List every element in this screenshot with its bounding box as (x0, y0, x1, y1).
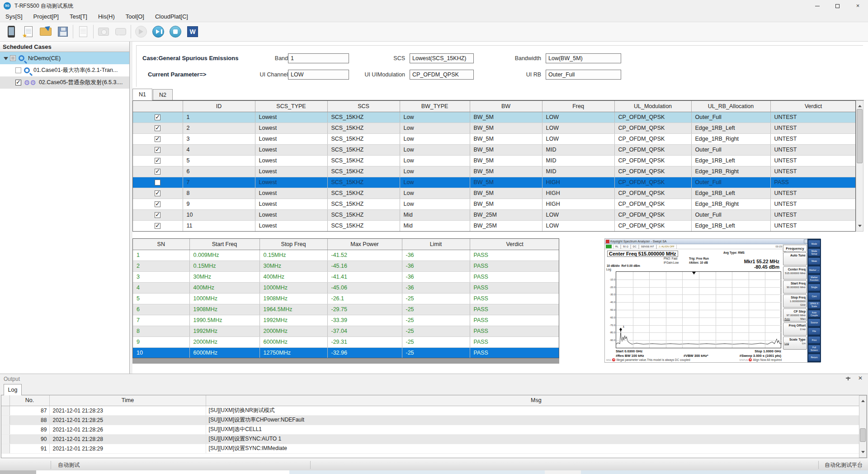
case-table-scrollbar[interactable] (856, 100, 863, 232)
log-row-87[interactable]: 872021-12-01 21:28:23[SU][UXM]切换NR测试模式 (1, 406, 867, 415)
column-header[interactable]: Freq (542, 101, 614, 112)
column-header[interactable]: SCS_TYPE (255, 101, 327, 112)
field-input-ui-rb[interactable]: Outer_Full (546, 70, 621, 80)
log-row-90[interactable]: 902021-12-01 21:28:28[SU][UXM]设置SYNC:AUT… (1, 434, 867, 444)
cell: 5 (133, 293, 189, 304)
result-row-8[interactable]: 81992MHz2000MHz-37.04-25PASS (133, 326, 559, 337)
case-row-1[interactable]: 1LowestSCS_15KHZLowBW_5MLOWCP_OFDM_QPSKO… (133, 112, 856, 123)
scroll-down-arrow[interactable] (856, 224, 863, 231)
pin-icon[interactable] (845, 377, 851, 382)
result-row-10[interactable]: 106000MHz12750MHz-32.96-25PASS (133, 347, 559, 358)
log-scrollbar[interactable] (859, 395, 867, 458)
row-checkbox[interactable] (155, 223, 160, 229)
scroll-up-arrow[interactable] (856, 101, 863, 108)
device-icon[interactable] (3, 24, 20, 40)
menu-item-sys-s-[interactable]: Sys[S] (0, 12, 28, 21)
field-input-ui-channel[interactable]: LOW (288, 70, 349, 80)
row-checkbox[interactable] (155, 180, 160, 185)
tree-item-1[interactable]: 01.Case01-最大功率(6.2.1-Tran... (0, 64, 129, 76)
case-row-3[interactable]: 3LowestSCS_15KHZLowBW_5MLOWCP_OFDM_QPSKE… (133, 133, 856, 144)
row-checkbox[interactable] (155, 212, 160, 218)
stop-icon[interactable] (167, 24, 184, 40)
case-row-5[interactable]: 5LowestSCS_15KHZLowBW_5MMIDCP_OFDM_QPSKE… (133, 155, 856, 166)
column-header[interactable] (133, 101, 183, 112)
log-scroll-thumb[interactable] (860, 428, 866, 442)
result-row-9[interactable]: 92000MHz6000MHz-29.31-25PASS (133, 337, 559, 347)
menu-item-tool-o-[interactable]: Tool[O] (120, 12, 150, 21)
log-scroll-up[interactable] (859, 396, 866, 403)
minimize-button[interactable] (807, 0, 827, 12)
menu-item-cloudplat-c-[interactable]: CloudPlat[C] (150, 12, 193, 21)
field-input-band[interactable]: 1 (288, 53, 349, 63)
column-header[interactable]: BW (470, 101, 542, 112)
tree-checkbox[interactable] (10, 55, 16, 61)
case-row-2[interactable]: 2LowestSCS_15KHZLowBW_5MLOWCP_OFDM_QPSKE… (133, 123, 856, 133)
result-row-6[interactable]: 61908MHz1964.5MHz-29.75-25PASS (133, 304, 559, 315)
close-button[interactable]: × (848, 0, 868, 12)
column-header[interactable]: UL_RB_Allocation (691, 101, 770, 112)
log-column-header[interactable]: Msg (206, 395, 866, 406)
menu-item-his-h-[interactable]: His(H) (93, 12, 120, 21)
maximize-button[interactable] (827, 0, 848, 12)
case-row-10[interactable]: 10LowestSCS_15KHZMidBW_25MLOWCP_OFDM_QPS… (133, 209, 856, 220)
column-header[interactable]: Stop Freq (259, 239, 327, 250)
case-row-7[interactable]: 7LowestSCS_15KHZLowBW_5MHIGHCP_OFDM_QPSK… (133, 177, 856, 188)
log-column-header[interactable]: No. (9, 395, 50, 406)
output-close-icon[interactable]: ✕ (858, 375, 863, 381)
row-checkbox[interactable] (155, 190, 160, 196)
tree-item-2[interactable]: ⚙⚙02.Case05-普通杂散发射(6.5.3.... (0, 76, 129, 89)
scrollbar-thumb[interactable] (857, 109, 863, 163)
save-icon[interactable] (54, 24, 71, 40)
result-row-5[interactable]: 51000MHz1908MHz-26.1-25PASS (133, 293, 559, 304)
run-pause-icon[interactable] (150, 24, 167, 40)
column-header[interactable]: Max Power (327, 239, 402, 250)
row-checkbox[interactable] (155, 201, 160, 207)
case-row-11[interactable]: 11LowestSCS_15KHZMidBW_25MLOWCP_OFDM_QPS… (133, 220, 856, 231)
row-checkbox[interactable] (155, 158, 160, 164)
column-header[interactable]: UL_Modulation (614, 101, 691, 112)
row-checkbox[interactable] (155, 169, 160, 175)
tab-log[interactable]: Log (4, 384, 22, 395)
field-input-bandwidth[interactable]: Low(BW_5M) (546, 53, 621, 63)
row-checkbox[interactable] (155, 147, 160, 153)
column-header[interactable]: Verdict (470, 239, 559, 250)
row-checkbox[interactable] (155, 125, 160, 131)
result-row-4[interactable]: 4400MHz1000MHz-45.06-36PASS (133, 282, 559, 293)
field-input-ui-uimodulation[interactable]: CP_OFDM_QPSK (410, 70, 474, 80)
tree-item-0[interactable]: NrDemo(CE) (0, 52, 129, 64)
tree-expander-icon[interactable] (4, 57, 8, 62)
log-row-91[interactable]: 912021-12-01 21:28:29[SU][UXM]设置SYNC:IMM… (1, 444, 867, 453)
column-header[interactable]: Verdict (770, 101, 856, 112)
case-row-9[interactable]: 9LowestSCS_15KHZLowBW_5MHIGHCP_OFDM_QPSK… (133, 199, 856, 209)
field-input-scs[interactable]: Lowest(SCS_15KHZ) (410, 53, 474, 63)
log-scroll-down[interactable] (859, 450, 866, 457)
word-report-icon[interactable]: W (184, 24, 201, 40)
case-row-4[interactable]: 4LowestSCS_15KHZLowBW_5MMIDCP_OFDM_QPSKO… (133, 144, 856, 155)
column-header[interactable]: Limit (402, 239, 470, 250)
menu-item-project-p-[interactable]: Project[P] (28, 12, 64, 21)
log-row-89[interactable]: 892021-12-01 21:28:26[SU][UXM]选中CELL1 (1, 425, 867, 434)
result-row-7[interactable]: 71990.5MHz1992MHz-33.39-25PASS (133, 315, 559, 326)
result-row-3[interactable]: 330MHz400MHz-41.41-36PASS (133, 271, 559, 282)
row-checkbox[interactable] (155, 114, 160, 120)
column-header[interactable]: SN (133, 239, 189, 250)
tree-checkbox[interactable] (15, 67, 21, 73)
case-row-6[interactable]: 6LowestSCS_15KHZLowBW_5MMIDCP_OFDM_QPSKE… (133, 166, 856, 177)
result-row-2[interactable]: 20.15MHz30MHz-45.16-36PASS (133, 261, 559, 271)
row-checkbox[interactable] (155, 136, 160, 142)
cell: CP_OFDM_QPSK (614, 177, 691, 188)
column-header[interactable]: BW_TYPE (400, 101, 470, 112)
column-header[interactable]: SCS (327, 101, 400, 112)
case-row-8[interactable]: 8LowestSCS_15KHZLowBW_5MHIGHCP_OFDM_QPSK… (133, 188, 856, 199)
log-row-88[interactable]: 882021-12-01 21:28:25[SU][UXM]设置功率CHPowe… (1, 415, 867, 425)
tree-checkbox[interactable] (15, 80, 21, 85)
menu-item-test-t-[interactable]: Test[T] (64, 12, 93, 21)
column-header[interactable]: Start Freq (189, 239, 259, 250)
tab-n1[interactable]: N1 (132, 89, 152, 100)
result-row-1[interactable]: 10.009MHz0.15MHz-41.52-36PASS (133, 250, 559, 261)
open-project-icon[interactable] (37, 24, 54, 40)
tab-n2[interactable]: N2 (153, 89, 173, 100)
log-column-header[interactable]: Time (50, 395, 206, 406)
new-case-wizard-icon[interactable]: ★ (20, 24, 37, 40)
column-header[interactable]: ID (183, 101, 255, 112)
